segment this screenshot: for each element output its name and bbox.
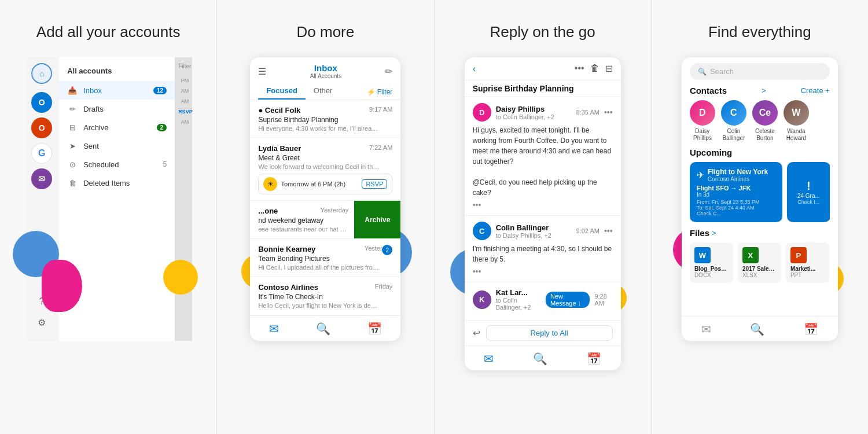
- file-name-excel: 2017 Sales Re...: [742, 266, 777, 272]
- sent-icon: ➤: [67, 141, 78, 151]
- email-item-1[interactable]: Lydia Bauer 7:22 AM Meet & Greet We look…: [250, 138, 400, 201]
- inbox-row[interactable]: 📥 Inbox 12: [59, 81, 175, 100]
- contacts-create[interactable]: Create +: [801, 86, 830, 95]
- contact-name-daisy: DaisyPhillips: [693, 128, 712, 142]
- avatar-colin: C: [473, 222, 491, 240]
- reply-nav-search[interactable]: 🔍: [533, 352, 547, 366]
- reply-nav-mail[interactable]: ✉: [484, 352, 494, 366]
- sidebar-icon-office[interactable]: O: [31, 117, 52, 138]
- nav-calendar-icon[interactable]: 📅: [367, 322, 382, 336]
- rsvp-small: RSVP: [175, 106, 192, 117]
- sidebar-icon-email[interactable]: ✉: [31, 168, 52, 189]
- inbox-nav: ☰ Inbox All Accounts ✏: [258, 63, 392, 79]
- delete-icon[interactable]: 🗑: [590, 63, 599, 74]
- inbox-title-block: Inbox All Accounts: [310, 63, 341, 79]
- deleted-icon: 🗑: [67, 178, 78, 188]
- email-time-1: 7:22 AM: [369, 144, 392, 153]
- email-subject-0: Suprise Birthday Planning: [258, 116, 392, 124]
- email-row1-3: Bonnie Kearney Yesterday: [258, 245, 392, 253]
- reply-bar-icon[interactable]: ↩: [473, 328, 480, 339]
- drafts-icon: ✏: [67, 104, 78, 114]
- files-more[interactable]: >: [712, 229, 716, 237]
- section-find: Find everything 🔍 Search Contacts > Crea…: [652, 0, 868, 434]
- file-type-word: DOCX: [694, 272, 729, 278]
- msg-time-0: 8:35 AM: [576, 109, 599, 116]
- file-excel[interactable]: X 2017 Sales Re... XLSX: [738, 242, 781, 283]
- excel-icon: X: [742, 247, 759, 263]
- email-sender-1: Lydia Bauer: [258, 144, 301, 153]
- tab-other[interactable]: Other: [306, 83, 341, 100]
- more-options-icon[interactable]: •••: [575, 63, 584, 74]
- all-accounts-header: All accounts: [59, 63, 175, 81]
- inbox-phone-header: ☰ Inbox All Accounts ✏ Focused Other ⚡ F…: [250, 57, 400, 100]
- contacts-more[interactable]: >: [762, 86, 766, 95]
- right-panel: Filter PM AM AM RSVP AM: [175, 57, 192, 341]
- reply-header: ‹ ••• 🗑 ⊟: [465, 57, 621, 80]
- nav-mail-icon[interactable]: ✉: [269, 322, 279, 336]
- sidebar-icon-home[interactable]: ⌂: [31, 63, 52, 84]
- sidebar-icon-google[interactable]: G: [31, 143, 52, 164]
- back-icon[interactable]: ‹: [473, 64, 476, 74]
- flight-card[interactable]: ✈ Flight to New York Contoso Airlines Fl…: [690, 162, 782, 222]
- contact-wanda[interactable]: W WandaHoward: [784, 100, 809, 142]
- archive-header-icon[interactable]: ⊟: [605, 63, 613, 74]
- reply-phone: ‹ ••• 🗑 ⊟ Suprise Birthday Planning D Da…: [465, 57, 621, 370]
- contact-avatar-celeste: Ce: [752, 100, 778, 126]
- email-item-3[interactable]: Bonnie Kearney Yesterday Team Bonding Pi…: [250, 239, 400, 277]
- flight-airline: Contoso Airlines: [708, 176, 768, 182]
- rsvp-button[interactable]: RSVP: [362, 179, 387, 189]
- message-meta-0: D Daisy Phillips to Colin Ballinger, +2 …: [473, 103, 613, 122]
- contact-celeste[interactable]: Ce CelesteBurton: [752, 100, 778, 142]
- contact-colin[interactable]: C ColinBallinger: [721, 100, 746, 142]
- archive-swipe-button[interactable]: Archive: [354, 201, 400, 238]
- email-item-0[interactable]: ● Cecil Folk 9:17 AM Suprise Birthday Pl…: [250, 100, 400, 138]
- flight-icon: ✈: [697, 170, 704, 181]
- compose-icon[interactable]: ✏: [385, 66, 392, 77]
- email-subject-3: Team Bonding Pictures: [258, 255, 392, 263]
- file-word[interactable]: W Blog_Post Draft DOCX: [690, 242, 733, 283]
- find-phone: 🔍 Search Contacts > Create + D DaisyPhil…: [682, 57, 838, 341]
- deleted-row[interactable]: 🗑 Deleted Items: [59, 174, 175, 192]
- reply-all-button[interactable]: Reply to All: [486, 325, 613, 341]
- email-time-swipe: Yesterday: [321, 207, 349, 215]
- other-card[interactable]: ! 24 Gra... Check I...: [787, 162, 830, 222]
- sidebar-icon-outlook[interactable]: O: [31, 92, 52, 113]
- email-item-swipe[interactable]: ...one Yesterday nd weekend getaway ese …: [250, 201, 400, 239]
- sent-row[interactable]: ➤ Sent: [59, 137, 175, 155]
- email-row1-swipe: ...one Yesterday: [258, 207, 348, 215]
- search-bar[interactable]: 🔍 Search: [690, 63, 830, 80]
- find-nav-calendar[interactable]: 📅: [804, 322, 818, 336]
- msg-more-0[interactable]: •••: [604, 108, 613, 117]
- other-card-title: 24 Gra...: [797, 193, 820, 199]
- reply-wrapper: ‹ ••• 🗑 ⊟ Suprise Birthday Planning D Da…: [465, 57, 621, 370]
- message-sender-info-1: Colin Ballinger to Daisy Phillips, +2: [496, 223, 551, 239]
- nav-search-icon[interactable]: 🔍: [316, 322, 330, 336]
- flight-route: Flight SFO → JFK: [697, 185, 775, 192]
- section-title-reply: Reply on the go: [490, 23, 595, 41]
- email-item-4[interactable]: Contoso Airlines Friday It's Time To Che…: [250, 277, 400, 315]
- inbox-filter[interactable]: ⚡ Filter: [367, 88, 393, 100]
- contact-name-celeste: CelesteBurton: [755, 128, 775, 142]
- drafts-row[interactable]: ✏ Drafts: [59, 100, 175, 118]
- contact-name-colin: ColinBallinger: [722, 128, 745, 142]
- find-nav-mail[interactable]: ✉: [701, 322, 711, 336]
- msg-more-1[interactable]: •••: [604, 226, 613, 236]
- tab-focused[interactable]: Focused: [258, 83, 305, 100]
- hamburger-icon[interactable]: ☰: [258, 66, 266, 77]
- contact-daisy[interactable]: D DaisyPhillips: [690, 100, 715, 142]
- sidebar-settings-icon[interactable]: ⚙: [34, 314, 50, 330]
- contact-avatar-colin: C: [721, 100, 746, 126]
- file-ppt[interactable]: P Marketi... PPT: [786, 242, 829, 283]
- other-card-content: ! 24 Gra... Check I...: [797, 179, 820, 205]
- avatar-kat: K: [473, 290, 491, 309]
- upcoming-row: ✈ Flight to New York Contoso Airlines Fl…: [690, 162, 830, 222]
- email-sender-4: Contoso Airlines: [258, 283, 318, 292]
- scheduled-label: Scheduled: [83, 160, 119, 169]
- reply-bar: ↩ Reply to All: [465, 320, 621, 345]
- archive-row[interactable]: ⊟ Archive 2: [59, 118, 175, 137]
- find-nav-search[interactable]: 🔍: [750, 322, 764, 336]
- scheduled-row[interactable]: ⊙ Scheduled 5: [59, 155, 175, 174]
- files-header: Files >: [690, 228, 830, 238]
- reply-nav-calendar[interactable]: 📅: [587, 352, 601, 366]
- contacts-row: D DaisyPhillips C ColinBallinger Ce Cele…: [690, 100, 830, 142]
